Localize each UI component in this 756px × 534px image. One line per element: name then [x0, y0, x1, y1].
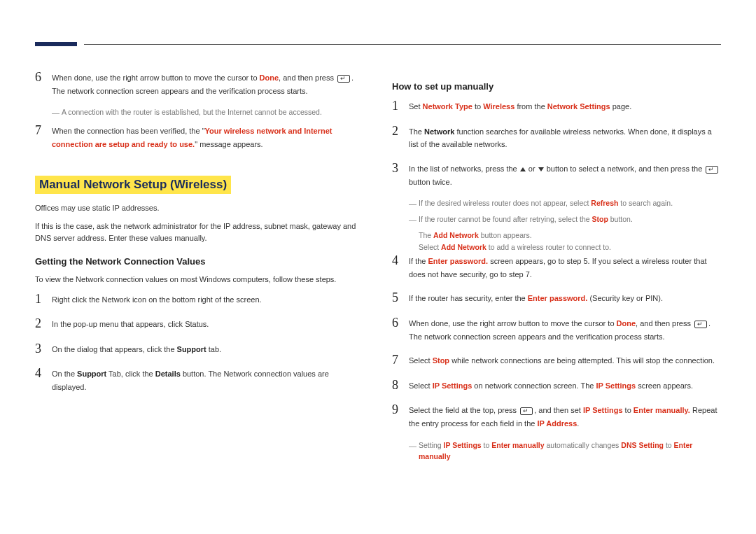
note-stop: ― If the router cannot be found after re… [409, 214, 721, 226]
step-number: 5 [392, 290, 409, 306]
step-number: 4 [35, 366, 52, 381]
step-number: 2 [392, 124, 409, 139]
text: , and then set [534, 406, 583, 414]
text: Set [409, 102, 423, 111]
step-body: In the pop-up menu that appears, click S… [52, 316, 364, 331]
step-body: Select IP Settings on network connection… [409, 378, 721, 393]
section-heading: Manual Network Setup (Wireless) [35, 176, 231, 194]
text: button. [608, 215, 633, 223]
text: , and then press [279, 73, 336, 82]
step-body: Right click the Network icon on the bott… [52, 292, 364, 307]
rstep-3: 3 In the list of networks, press the or … [392, 161, 721, 188]
support-tab: Support [177, 345, 206, 353]
text: or [526, 164, 538, 173]
step-number: 6 [35, 70, 52, 85]
step-body: If the router has security, enter the En… [409, 290, 721, 305]
note-text: Setting IP Settings to Enter manually au… [419, 440, 721, 463]
gstep-4: 4 On the Support Tab, click the Details … [35, 366, 364, 393]
ip-settings-label: IP Settings [433, 381, 472, 390]
text: When the connection has been verified, t… [52, 127, 205, 135]
rstep-9: 9 Select the field at the top, press , a… [392, 402, 721, 430]
note-text: If the desired wireless router does not … [419, 198, 721, 209]
text: (Security key or PIN). [587, 294, 663, 302]
text: If the [409, 257, 428, 265]
text: automatically changes [545, 441, 622, 449]
step-body: When done, use the right arrow button to… [409, 316, 721, 343]
step-number: 7 [392, 353, 409, 368]
text: while network connections are being atte… [449, 356, 715, 365]
add-network-label: Add Network [433, 231, 479, 239]
gstep-2: 2 In the pop-up menu that appears, click… [35, 316, 364, 332]
section-heading-wrap: Manual Network Setup (Wireless) [35, 160, 364, 202]
note-auto-dns: ― Setting IP Settings to Enter manually … [409, 440, 721, 463]
step-number: 1 [392, 99, 409, 114]
step-number: 7 [35, 123, 52, 139]
rstep-6: 6 When done, use the right arrow button … [392, 316, 721, 343]
down-arrow-icon [538, 167, 544, 171]
stop-label: Stop [433, 356, 449, 365]
step-number: 9 [392, 402, 409, 418]
gstep-3: 3 On the dialog that appears, click the … [35, 342, 364, 357]
text: button to select a network, and then pre… [545, 164, 705, 173]
text: to [472, 102, 483, 111]
note-refresh: ― If the desired wireless router does no… [409, 198, 721, 210]
enter-icon [337, 75, 350, 83]
paragraph: Offices may use static IP addresses. [35, 202, 364, 215]
manual-page: 6 When done, use the right arrow button … [0, 0, 756, 494]
text: screen appears. [636, 381, 693, 390]
left-column: 6 When done, use the right arrow button … [35, 70, 364, 466]
ip-settings-label: IP Settings [596, 381, 636, 390]
enter-manually-label: Enter manually. [634, 406, 690, 414]
dash-icon: ― [52, 107, 62, 119]
wireless: Wireless [483, 102, 514, 111]
step-number: 3 [35, 342, 52, 357]
subheading-how-to-setup: How to set up manually [392, 81, 721, 92]
text: If the router has security, enter the [409, 294, 528, 302]
step-number: 1 [35, 292, 52, 307]
text: tab. [206, 345, 221, 353]
text: Select [419, 243, 441, 251]
text: button twice. [409, 178, 452, 186]
text: Select the field at the top, press [409, 406, 519, 414]
note-select-add-network: Select Add Network to add a wireless rou… [419, 241, 721, 253]
text: to search again. [618, 199, 673, 207]
step-6: 6 When done, use the right arrow button … [35, 70, 364, 97]
done-label: Done [617, 319, 636, 328]
text: , and then press [636, 319, 693, 328]
intro-text: To view the Network connection values on… [35, 274, 364, 286]
text: to add a wireless router to connect to. [486, 243, 611, 251]
step-body: Select the field at the top, press , and… [409, 402, 721, 430]
subheading-getting-values: Getting the Network Connection Values [35, 256, 364, 267]
stop-label: Stop [592, 215, 608, 223]
step-body: On the Support Tab, click the Details bu… [52, 366, 364, 393]
dns-setting-label: DNS Setting [621, 441, 664, 449]
text: to [623, 406, 634, 414]
step-body: If the Enter password. screen appears, g… [409, 253, 721, 281]
text: Setting [419, 441, 444, 449]
text: If the router cannot be found after retr… [419, 215, 592, 223]
text: function searches for available wireless… [409, 127, 712, 149]
header-rule [84, 44, 721, 45]
text: " message appears. [195, 140, 262, 148]
dash-icon: ― [409, 198, 419, 210]
text: On the dialog that appears, click the [52, 345, 177, 353]
ip-address-label: IP Address [537, 419, 577, 428]
text: If the desired wireless router does not … [419, 199, 591, 207]
text: button appears. [479, 231, 532, 239]
rstep-5: 5 If the router has security, enter the … [392, 290, 721, 306]
enter-icon [706, 166, 718, 174]
support-tab: Support [77, 370, 106, 378]
text: When done, use the right arrow button to… [52, 73, 260, 82]
text: When done, use the right arrow button to… [409, 319, 617, 328]
rstep-1: 1 Set Network Type to Wireless from the … [392, 99, 721, 114]
done-label: Done [260, 73, 279, 82]
step-number: 2 [35, 316, 52, 332]
step-7: 7 When the connection has been verified,… [35, 123, 364, 150]
rstep-4: 4 If the Enter password. screen appears,… [392, 253, 721, 281]
network-settings: Network Settings [547, 102, 610, 111]
step-body: Set Network Type to Wireless from the Ne… [409, 99, 721, 113]
text: Select [409, 381, 433, 390]
text: page. [610, 102, 632, 111]
step-body: The Network function searches for availa… [409, 124, 721, 151]
text: The [409, 127, 424, 136]
